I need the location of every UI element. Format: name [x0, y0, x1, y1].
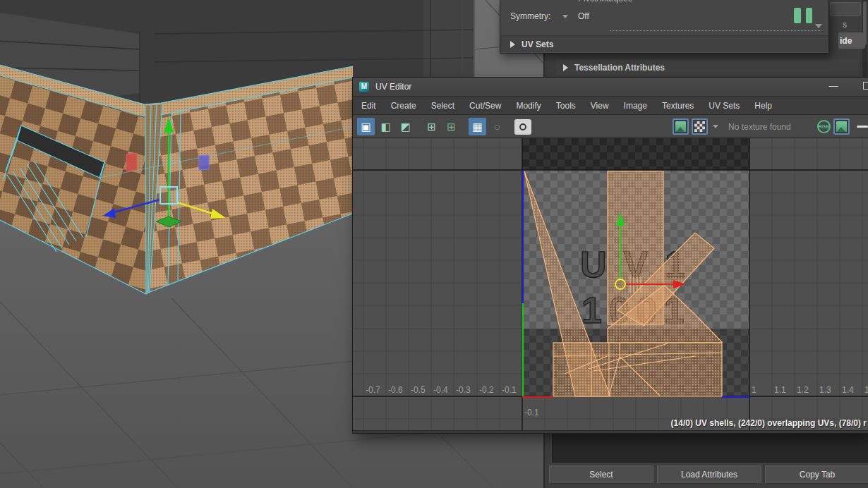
- section-header-label: Tessellation Attributes: [574, 63, 665, 73]
- tile-labels-button[interactable]: ⊞: [442, 118, 460, 135]
- texture-dropdown-arrow[interactable]: [713, 125, 718, 128]
- svg-text:-0.3: -0.3: [456, 385, 471, 395]
- uv-editor-menubar: Edit Create Select Cut/Sew Modify Tools …: [353, 97, 868, 115]
- uv-editor-titlebar[interactable]: M UV Editor —: [353, 78, 868, 97]
- symmetry-dropdown-arrow[interactable]: [562, 15, 568, 18]
- uv-editor-toolbar: ▣ ◧ ◩ ⊞ ⊞ ▦ ◌ No texture found RGB: [353, 116, 868, 138]
- checker-icon: [694, 121, 705, 132]
- uv-canvas-drawing: UV1 1001: [353, 138, 868, 430]
- menu-select[interactable]: Select: [431, 101, 454, 111]
- svg-text:-0.1: -0.1: [502, 385, 517, 395]
- attribute-editor-buttons: Select Load Attributes Copy Tab: [549, 465, 868, 484]
- tessellation-attributes-section[interactable]: Tessellation Attributes: [556, 59, 858, 75]
- svg-text:1: 1: [752, 385, 757, 395]
- tile-outline-button[interactable]: ⊞: [423, 118, 440, 135]
- hide-button[interactable]: ide: [838, 32, 865, 49]
- expand-arrow-icon: [563, 64, 568, 71]
- dim-image-button[interactable]: ◌: [488, 118, 506, 135]
- camera-icon: [519, 123, 526, 130]
- image-icon: [836, 121, 847, 132]
- svg-text:1.1: 1.1: [774, 385, 786, 395]
- svg-text:-0.1: -0.1: [524, 408, 539, 417]
- uv-distortion-button[interactable]: ▣: [357, 118, 375, 135]
- menu-textures[interactable]: Textures: [662, 101, 694, 111]
- menu-view[interactable]: View: [591, 101, 609, 111]
- svg-text:1.4: 1.4: [842, 385, 854, 395]
- checker-above-tile: [522, 138, 749, 170]
- symmetry-label: Symmetry:: [510, 11, 550, 21]
- display-image-toggle[interactable]: [673, 118, 689, 135]
- uv-sets-section[interactable]: UV Sets: [500, 35, 829, 52]
- uv-snapshot-button[interactable]: [514, 119, 531, 135]
- symmetry-icon[interactable]: [794, 8, 812, 23]
- uv-shell-band[interactable]: [553, 343, 722, 396]
- menu-uv-sets[interactable]: UV Sets: [709, 101, 740, 111]
- window-bottom-edge: [353, 430, 868, 433]
- clipped-section-title: Pivot/Marquee: [578, 0, 632, 4]
- expand-arrow-icon: [510, 41, 515, 48]
- maximize-button[interactable]: [863, 82, 868, 90]
- symmetry-value[interactable]: Off: [578, 11, 589, 21]
- rgb-channels-button[interactable]: RGB: [817, 120, 831, 133]
- svg-text:-0.2: -0.2: [479, 385, 494, 395]
- shell-shade-button[interactable]: ◩: [397, 118, 414, 135]
- svg-text:-0.5: -0.5: [411, 385, 426, 395]
- grid-toggle-button[interactable]: ▦: [469, 118, 486, 135]
- window-title: UV Editor: [375, 82, 411, 92]
- svg-text:-0.7: -0.7: [366, 385, 380, 395]
- copy-tab-button[interactable]: Copy Tab: [765, 465, 868, 484]
- menu-create[interactable]: Create: [391, 101, 416, 111]
- maya-application: persp s ide Tessellation Attributes Sele…: [0, 0, 868, 488]
- svg-text:-0.6: -0.6: [388, 385, 403, 395]
- menu-cut-sew[interactable]: Cut/Sew: [469, 101, 501, 111]
- load-attributes-button[interactable]: Load Attributes: [657, 465, 761, 484]
- menu-image[interactable]: Image: [624, 101, 647, 111]
- menu-help[interactable]: Help: [754, 101, 772, 111]
- minimize-button[interactable]: —: [827, 80, 840, 93]
- menu-modify[interactable]: Modify: [516, 101, 541, 111]
- uv-sets-header-label: UV Sets: [522, 39, 553, 49]
- checker-texture-toggle[interactable]: [692, 118, 708, 135]
- field-fragment: [830, 2, 861, 16]
- notes-area[interactable]: [552, 433, 868, 463]
- tool-settings-panel: Pivot/Marquee Symmetry: Off UV Sets: [500, 0, 829, 54]
- red-plane-handle[interactable]: [126, 153, 137, 171]
- text-fragment: s: [843, 20, 847, 30]
- image-icon: [675, 121, 686, 132]
- shell-border-button[interactable]: ◧: [377, 118, 394, 135]
- uv-statistics-text: (14/0) UV shells, (242/0) overlapping UV…: [671, 418, 867, 428]
- manip-center-square[interactable]: [160, 187, 177, 204]
- select-button[interactable]: Select: [549, 465, 653, 484]
- uv-editor-window: M UV Editor — Edit Create Select Cut/Sew…: [353, 78, 868, 433]
- blue-plane-handle[interactable]: [199, 155, 209, 170]
- svg-text:-0.4: -0.4: [433, 385, 448, 395]
- panel-expand-arrow[interactable]: [815, 24, 822, 28]
- exposure-slider[interactable]: [857, 126, 868, 128]
- texture-status-text: No texture found: [728, 122, 804, 132]
- svg-text:1.2: 1.2: [797, 385, 809, 395]
- image-ratio-toggle[interactable]: [833, 118, 850, 135]
- uv-canvas[interactable]: UV1 1001: [353, 138, 868, 430]
- dotted-separator: [610, 30, 821, 31]
- menu-tools[interactable]: Tools: [556, 101, 576, 111]
- svg-text:1.3: 1.3: [819, 385, 831, 395]
- svg-text:1.5: 1.5: [864, 385, 868, 395]
- maya-logo-icon: M: [359, 82, 369, 92]
- menu-edit[interactable]: Edit: [361, 101, 376, 111]
